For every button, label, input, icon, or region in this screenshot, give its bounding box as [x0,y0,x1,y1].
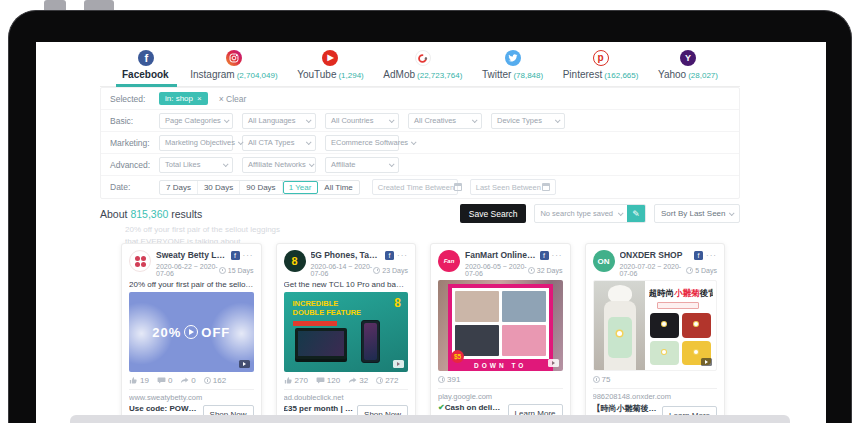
last-seen-input[interactable]: Last Seen Between [470,179,556,195]
filter-row-advanced: Advanced: Total Likes Affiliate Networks… [101,154,739,176]
ad-headline: ✔Cash on delivery ✔ Days fr... [438,403,504,412]
facebook-icon: f [694,251,703,260]
clock-icon [204,377,211,384]
advertiser-name[interactable]: 5G Phones, Tablets & SIMs | ... [311,250,383,260]
chevron-down-icon [306,139,312,145]
app-screen: f Facebook Instagram(2,704,049) ▶ YouTub… [36,42,826,423]
select-languages[interactable]: All Languages [242,113,316,129]
clock-icon [593,376,600,383]
created-time-input[interactable]: Created Time Between [372,179,458,195]
comment-icon [316,376,325,385]
clock-icon [376,377,383,384]
ad-card: Fan FanMart Online Shopping - F... f ···… [430,243,571,423]
chevron-down-icon [729,210,735,216]
selected-filter-tag[interactable]: in: shop× [159,92,208,105]
facebook-icon: f [385,251,394,260]
laptop-bezel: f Facebook Instagram(2,704,049) ▶ YouTub… [8,10,852,423]
date-range-alltime[interactable]: All Time [318,181,358,194]
ad-date-range: 2020-07-02 ~ 2020-07-06 [620,263,687,277]
tab-facebook[interactable]: f Facebook [122,50,171,86]
date-range-30days[interactable]: 30 Days [198,181,240,194]
chevron-down-icon [224,117,230,123]
admob-icon [415,50,431,66]
calendar-icon [454,183,462,191]
row-label: Date: [110,182,159,192]
clock-icon [438,376,445,383]
advertiser-avatar: ON [593,250,615,272]
select-device-types[interactable]: Device Types [491,113,565,129]
pinterest-icon: p [593,50,609,66]
select-total-likes[interactable]: Total Likes [159,157,233,173]
close-icon[interactable]: × [197,94,202,103]
filter-panel: Selected: in: shop× × Clear Basic: Page … [100,87,740,199]
saved-search-select[interactable]: No search type saved ✎ [534,204,646,223]
more-icon[interactable]: ··· [397,251,408,260]
date-range-1year[interactable]: 1 Year [283,181,319,194]
select-cta-types[interactable]: All CTA Types [242,135,316,151]
select-affiliate[interactable]: Affiliate [325,157,399,173]
tab-instagram[interactable]: Instagram(2,704,049) [190,50,277,86]
select-affiliate-networks[interactable]: Affiliate Networks [242,157,316,173]
clock-icon [373,267,380,274]
ad-url: ad.doubleclick.net [284,393,409,402]
tab-label: AdMob [383,69,415,80]
ad-duration: 5 Days [695,267,717,274]
tab-admob[interactable]: AdMob(22,723,764) [383,50,462,86]
phone-graphic [361,320,380,363]
ad-stats: 19 0 0 162 [129,376,254,390]
advertiser-name[interactable]: ONXDER SHOP [620,250,692,260]
filter-row-marketing: Marketing: Marketing Objectives All CTA … [101,132,739,154]
ad-duration: 15 Days [228,267,254,274]
network-tabbar: f Facebook Instagram(2,704,049) ▶ YouTub… [100,46,740,87]
tab-twitter[interactable]: Twitter(78,848) [482,50,543,86]
ad-card: 8 5G Phones, Tablets & SIMs | ... f ··· … [276,243,417,423]
ad-url: www.sweatybetty.com [129,393,254,402]
clear-filters-link[interactable]: × Clear [219,94,247,104]
row-label: Advanced: [110,160,159,170]
date-range-7days[interactable]: 7 Days [160,181,198,194]
like-icon [129,376,138,385]
ad-duration: 23 Days [382,267,408,274]
twitter-icon [505,50,521,66]
laptop-base [70,415,790,423]
select-marketing-objectives[interactable]: Marketing Objectives [159,135,233,151]
brand-badge: 8 [394,296,401,310]
pencil-icon[interactable]: ✎ [627,205,645,222]
ad-results-grid: Sweaty Betty London | Wom... f ··· 2020-… [121,243,725,423]
ad-creative-image[interactable]: Incredible Double Feature 8 [284,292,409,372]
ad-creative-image[interactable]: 20% OFF [129,292,254,372]
yahoo-icon: Y [680,50,696,66]
tab-youtube[interactable]: ▶ YouTube(1,294) [297,50,364,86]
ad-creative-image[interactable]: $5 DOWN TO [438,280,563,371]
facebook-icon: f [540,251,549,260]
red-banner [293,321,337,326]
more-icon[interactable]: ··· [552,251,563,260]
red-label [657,302,699,309]
ad-creative-image[interactable]: 超時尚小雛菊後背包 [593,280,718,371]
model-photo [594,281,645,370]
check-icon: ✔ [438,403,445,412]
advertiser-name[interactable]: Sweaty Betty London | Wom... [156,250,228,260]
select-ecommerce-softwares[interactable]: ECommerce Softwares [325,135,399,151]
select-countries[interactable]: All Countries [325,113,399,129]
ad-text: 20% off your first pair of the sellout l… [129,280,254,289]
tab-label: Twitter [482,69,511,80]
tab-pinterest[interactable]: p Pinterest(162,665) [563,50,639,86]
date-range-90days[interactable]: 90 Days [240,181,282,194]
sort-select[interactable]: Sort By Last Seen [654,204,740,223]
tab-label: Facebook [122,69,169,80]
tab-yahoo[interactable]: Y Yahoo(28,027) [658,50,718,86]
more-icon[interactable]: ··· [706,251,717,260]
chevron-down-icon [306,117,312,123]
share-icon [180,376,189,385]
ad-headline: 【時尚小雛菊後背包】小雛菊刺... [593,403,659,414]
save-search-button[interactable]: Save Search [460,204,527,223]
calendar-icon [542,183,550,191]
select-page-categories[interactable]: Page Categories [159,113,233,129]
filter-row-date: Date: 7 Days 30 Days 90 Days 1 Year All … [101,176,739,198]
advertiser-name[interactable]: FanMart Online Shopping - F... [465,250,537,260]
advertiser-avatar [129,250,151,272]
select-creatives[interactable]: All Creatives [408,113,482,129]
tab-label: Instagram [190,69,234,80]
more-icon[interactable]: ··· [243,251,254,260]
